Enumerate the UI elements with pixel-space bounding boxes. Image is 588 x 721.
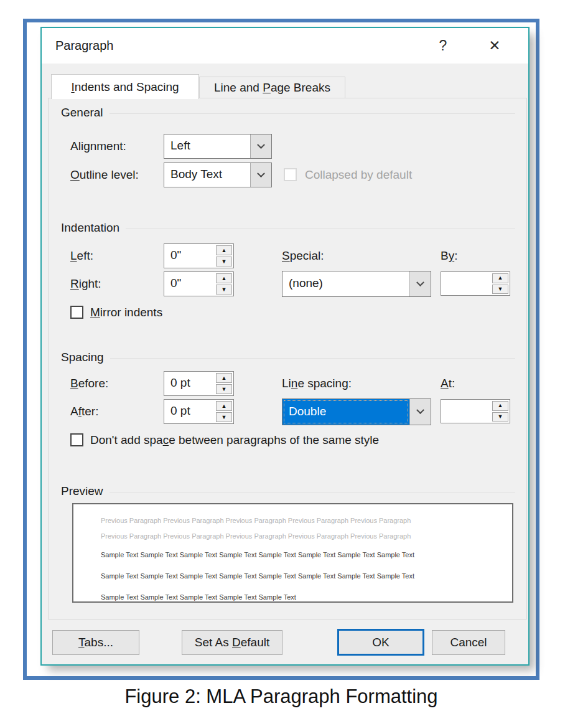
- spin-up-icon[interactable]: ▲: [492, 401, 508, 411]
- spinner-buttons: ▲ ▼: [215, 244, 233, 268]
- title-bar: Paragraph ? ✕: [42, 28, 528, 64]
- spin-up-icon[interactable]: ▲: [216, 245, 232, 255]
- tab-page-indents-and-spacing: General Alignment: Left Outline level: B…: [48, 98, 527, 620]
- figure-canvas: Paragraph ? ✕ Indents and Spacing Line a…: [0, 0, 588, 721]
- indent-right-spinner[interactable]: 0" ▲ ▼: [164, 271, 234, 296]
- line-spacing-value: Double: [282, 399, 409, 425]
- set-as-default-button[interactable]: Set As Default: [182, 630, 282, 655]
- at-label: At:: [441, 371, 455, 396]
- at-value: [441, 400, 491, 423]
- help-icon[interactable]: ?: [431, 28, 455, 64]
- at-spinner[interactable]: ▲ ▼: [441, 399, 510, 423]
- before-spinner[interactable]: 0 pt ▲ ▼: [164, 371, 234, 396]
- mirror-indents-label: Mirror indents: [90, 306, 162, 319]
- collapsed-by-default-checkbox[interactable]: [284, 168, 297, 181]
- before-label: Before:: [70, 371, 108, 396]
- line-spacing-combobox[interactable]: Double: [282, 398, 431, 425]
- divider: [110, 492, 515, 492]
- dont-add-space-checkbox[interactable]: [70, 433, 83, 446]
- spin-up-icon[interactable]: ▲: [216, 273, 232, 283]
- paragraph-dialog: Paragraph ? ✕ Indents and Spacing Line a…: [40, 27, 530, 666]
- spin-down-icon[interactable]: ▼: [492, 285, 508, 295]
- tab-indents-and-spacing[interactable]: Indents and Spacing: [51, 74, 199, 99]
- spin-up-icon[interactable]: ▲: [216, 373, 232, 383]
- special-value: (none): [282, 271, 409, 296]
- preview-section-header: Preview: [61, 484, 515, 498]
- special-label: Special:: [282, 243, 324, 268]
- cancel-button-label: Cancel: [450, 636, 487, 649]
- indent-right-value: 0": [164, 272, 215, 296]
- general-section-label: General: [61, 106, 103, 120]
- by-label: By:: [441, 243, 457, 268]
- close-icon[interactable]: ✕: [482, 28, 507, 64]
- alignment-combobox[interactable]: Left: [164, 134, 272, 159]
- preview-previous-line: Previous Paragraph Previous Paragraph Pr…: [101, 513, 506, 529]
- indent-left-value: 0": [164, 244, 215, 268]
- preview-box: Previous Paragraph Previous Paragraph Pr…: [72, 503, 513, 603]
- preview-section-label: Preview: [61, 484, 103, 498]
- alignment-value: Left: [164, 134, 250, 158]
- preview-previous-line: Previous Paragraph Previous Paragraph Pr…: [101, 529, 506, 544]
- spinner-buttons: ▲ ▼: [215, 372, 233, 395]
- before-value: 0 pt: [164, 372, 215, 395]
- tab-line-and-page-breaks[interactable]: Line and Page Breaks: [199, 77, 345, 98]
- tabs-button[interactable]: Tabs...: [52, 630, 139, 655]
- tab-label: Indents and Spacing: [71, 80, 179, 94]
- spinner-buttons: ▲ ▼: [215, 272, 233, 296]
- set-as-default-button-label: Set As Default: [195, 636, 269, 649]
- spin-down-icon[interactable]: ▼: [492, 412, 508, 422]
- outline-level-value: Body Text: [164, 163, 250, 187]
- collapsed-by-default-label: Collapsed by default: [305, 168, 412, 182]
- spin-down-icon[interactable]: ▼: [216, 285, 232, 295]
- special-combobox[interactable]: (none): [282, 271, 431, 297]
- divider: [110, 113, 515, 114]
- chevron-down-icon[interactable]: [250, 163, 271, 187]
- ok-button[interactable]: OK: [337, 629, 424, 656]
- tab-label: Line and Page Breaks: [214, 81, 330, 95]
- indent-left-label: Left:: [70, 243, 93, 268]
- line-spacing-label: Line spacing:: [282, 371, 352, 396]
- spin-down-icon[interactable]: ▼: [216, 384, 232, 394]
- figure-frame: Paragraph ? ✕ Indents and Spacing Line a…: [23, 19, 539, 680]
- outline-level-label: Outline level:: [70, 163, 139, 187]
- indentation-section-label: Indentation: [61, 221, 119, 235]
- divider: [126, 229, 515, 229]
- spin-up-icon[interactable]: ▲: [216, 401, 232, 411]
- chevron-down-icon[interactable]: [409, 399, 431, 425]
- spin-down-icon[interactable]: ▼: [216, 257, 232, 266]
- chevron-down-icon[interactable]: [250, 134, 271, 158]
- dialog-title: Paragraph: [55, 28, 113, 64]
- indent-left-spinner[interactable]: 0" ▲ ▼: [164, 243, 234, 268]
- spin-down-icon[interactable]: ▼: [216, 412, 232, 422]
- ok-button-label: OK: [372, 636, 389, 649]
- spinner-buttons: ▲ ▼: [491, 272, 510, 295]
- spinner-buttons: ▲ ▼: [491, 400, 510, 423]
- after-value: 0 pt: [164, 400, 215, 423]
- preview-sample-line: Sample Text Sample Text Sample Text Samp…: [101, 587, 506, 603]
- divider: [110, 358, 515, 359]
- figure-caption: Figure 2: MLA Paragraph Formatting: [23, 686, 539, 708]
- preview-sample-line: Sample Text Sample Text Sample Text Samp…: [101, 565, 506, 587]
- dont-add-space-label: Don't add space between paragraphs of th…: [90, 433, 379, 447]
- alignment-label: Alignment:: [70, 134, 126, 159]
- general-section-header: General: [61, 106, 515, 120]
- outline-level-combobox[interactable]: Body Text: [164, 163, 272, 187]
- after-spinner[interactable]: 0 pt ▲ ▼: [164, 399, 234, 424]
- mirror-indents-checkbox[interactable]: [70, 306, 83, 319]
- tabs-button-label: Tabs...: [78, 636, 113, 649]
- by-value: [441, 272, 491, 295]
- spin-up-icon[interactable]: ▲: [492, 273, 508, 283]
- indent-right-label: Right:: [70, 271, 101, 296]
- spacing-section-label: Spacing: [61, 351, 104, 364]
- indentation-section-header: Indentation: [61, 221, 515, 235]
- spinner-buttons: ▲ ▼: [215, 400, 233, 423]
- spacing-section-header: Spacing: [61, 351, 515, 364]
- chevron-down-icon[interactable]: [409, 271, 431, 296]
- preview-sample-line: Sample Text Sample Text Sample Text Samp…: [101, 544, 506, 565]
- after-label: After:: [70, 399, 98, 424]
- cancel-button[interactable]: Cancel: [432, 630, 505, 655]
- by-spinner[interactable]: ▲ ▼: [441, 271, 510, 296]
